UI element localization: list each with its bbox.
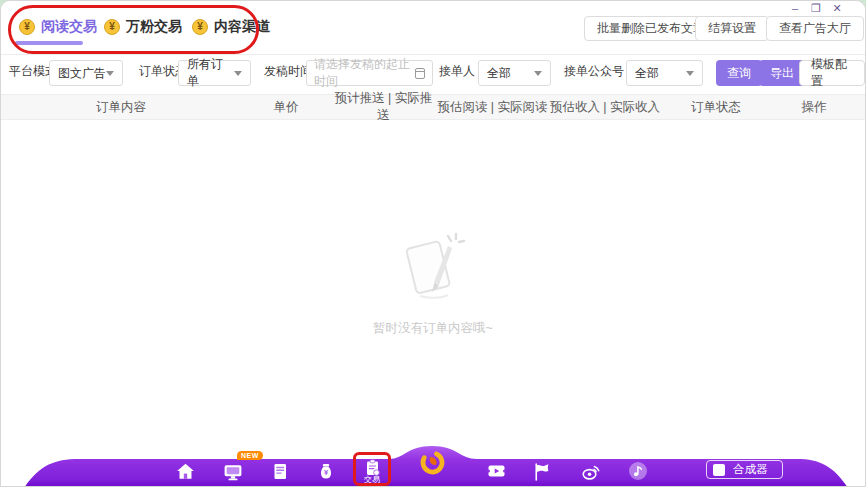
weibo-icon[interactable] [579, 459, 603, 483]
ticket-icon[interactable] [484, 459, 508, 483]
platform-mode-select[interactable]: 图文广告 [49, 60, 123, 86]
minimize-icon[interactable]: – [789, 2, 801, 15]
table-header: 订单内容 单价 预计推送 | 实际推送 预估阅读 | 实际阅读 预估收入 | 实… [1, 94, 865, 120]
tab-content-channel[interactable]: ¥ 内容渠道 [192, 18, 270, 36]
settlement-settings-button[interactable]: 结算设置 [695, 16, 769, 41]
coin-icon: ¥ [19, 19, 35, 35]
tab-bar: ¥ 阅读交易 ¥ 万粉交易 ¥ 内容渠道 批量删除已发布文章 结算设置 查看广告… [1, 1, 865, 55]
synthesizer-checkbox[interactable] [713, 464, 725, 476]
flag-icon[interactable] [529, 459, 553, 483]
order-status-select[interactable]: 所有订单 [178, 60, 251, 86]
maximize-icon[interactable]: ❐ [810, 2, 822, 15]
empty-message: 暂时没有订单内容哦~ [1, 320, 865, 337]
receiver-select[interactable]: 全部 [478, 60, 551, 86]
active-tab-underline [15, 41, 83, 45]
order-status-value: 所有订单 [187, 56, 234, 90]
empty-state: 暂时没有订单内容哦~ [1, 226, 865, 337]
tab-label: 阅读交易 [41, 18, 97, 36]
money-bag-icon[interactable]: ¥ [314, 459, 338, 483]
new-badge[interactable]: NEW [237, 451, 263, 460]
home-icon[interactable] [173, 459, 197, 483]
window-controls: – ❐ ✕ [789, 2, 843, 15]
coin-icon: ¥ [104, 19, 120, 35]
view-ad-hall-button[interactable]: 查看广告大厅 [766, 16, 864, 41]
account-select[interactable]: 全部 [626, 60, 703, 86]
col-unit-price: 单价 [241, 99, 331, 116]
publish-time-label: 发稿时间 [264, 63, 312, 80]
tab-reading-trade[interactable]: ¥ 阅读交易 [19, 18, 97, 36]
chevron-down-icon [686, 71, 694, 76]
filter-bar: 平台模式 图文广告 订单状态 所有订单 发稿时间 请选择发稿的起止时间 接单人 … [1, 56, 865, 94]
account-value: 全部 [635, 65, 659, 82]
tab-label: 内容渠道 [214, 18, 270, 36]
query-button[interactable]: 查询 [716, 60, 762, 86]
chevron-down-icon [534, 71, 542, 76]
platform-mode-value: 图文广告 [58, 65, 106, 82]
brand-swirl-logo[interactable] [418, 448, 447, 477]
col-actions: 操作 [771, 99, 857, 116]
col-order-status: 订单状态 [661, 99, 771, 116]
empty-notepad-illustration [390, 226, 476, 308]
publish-time-placeholder: 请选择发稿的起止时间 [314, 56, 415, 90]
chevron-down-icon [106, 71, 114, 76]
trade-icon-label[interactable]: 交易 [357, 474, 387, 485]
tab-fans-trade[interactable]: ¥ 万粉交易 [104, 18, 182, 36]
monitor-icon[interactable] [221, 459, 245, 483]
account-label: 接单公众号 [564, 63, 624, 80]
receiver-value: 全部 [487, 65, 511, 82]
col-order-content: 订单内容 [1, 99, 241, 116]
calendar-icon [415, 68, 425, 79]
music-icon[interactable] [626, 459, 650, 483]
tab-label: 万粉交易 [126, 18, 182, 36]
publish-time-input[interactable]: 请选择发稿的起止时间 [306, 60, 433, 86]
synthesizer-label: 合成器 [733, 462, 768, 477]
close-icon[interactable]: ✕ [831, 2, 843, 15]
col-push: 预计推送 | 实际推送 [331, 90, 436, 124]
document-icon[interactable] [268, 459, 292, 483]
template-config-button[interactable]: 模板配置 [799, 60, 865, 86]
app-window: – ❐ ✕ ¥ 阅读交易 ¥ 万粉交易 ¥ 内容渠道 批量删除已发布文章 结算设… [0, 0, 866, 487]
synthesizer-toggle[interactable]: 合成器 [706, 460, 783, 479]
receiver-label: 接单人 [439, 63, 475, 80]
col-income: 预估收入 | 实际收入 [549, 99, 661, 116]
col-reads: 预估阅读 | 实际阅读 [436, 99, 549, 116]
coin-icon: ¥ [192, 19, 208, 35]
chevron-down-icon [234, 71, 242, 76]
